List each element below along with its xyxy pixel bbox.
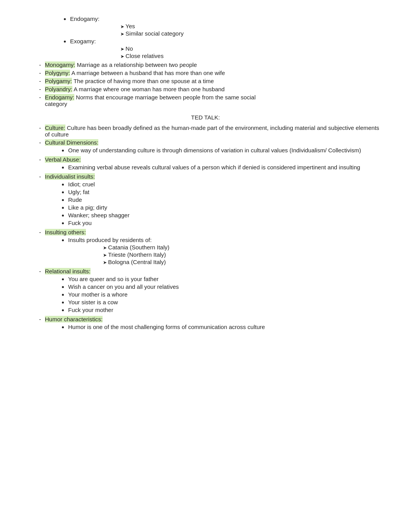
list-item: Your mother is a whore bbox=[68, 291, 380, 298]
endogamy2-term: Endogamy: bbox=[45, 94, 74, 101]
dash-symbol: - bbox=[39, 70, 41, 76]
list-item-endogamy: Endogamy: Yes Similar social category bbox=[70, 15, 380, 37]
polygyny-term: Polygyny: bbox=[45, 70, 70, 76]
list-item: Wanker; sheep shagger bbox=[68, 212, 380, 218]
list-item: You are queer and so is your father bbox=[68, 276, 380, 282]
dash-item-monogamy: - Monogamy: Marriage as a relationship b… bbox=[31, 61, 380, 68]
list-item: Fuck you bbox=[68, 220, 380, 226]
dash-item-endogamy2: - Endogamy: Norms that encourage marriag… bbox=[31, 94, 380, 107]
insulting-others-arrows: Catania (Southern Italy) Trieste (Northe… bbox=[68, 244, 380, 265]
endogamy-sub-item-2: Similar social category bbox=[120, 30, 380, 37]
dash-symbol: - bbox=[39, 94, 41, 101]
list-item: Ugly; fat bbox=[68, 189, 380, 195]
list-item: Catania (Southern Italy) bbox=[103, 244, 380, 251]
culture-definition: Culture has been broadly defined as the … bbox=[45, 124, 379, 138]
insulting-others-term: Insulting others: bbox=[45, 229, 86, 235]
monogamy-definition: Marriage as a relationship between two p… bbox=[77, 61, 197, 68]
dash-symbol: - bbox=[39, 139, 41, 146]
dash-symbol: - bbox=[39, 61, 41, 68]
list-item: Your sister is a cow bbox=[68, 299, 380, 305]
list-item: One way of understanding culture is thro… bbox=[68, 147, 380, 153]
list-item: Like a pig; dirty bbox=[68, 204, 380, 211]
dash-symbol: - bbox=[39, 173, 41, 180]
endogamy-label: Endogamy: bbox=[70, 15, 99, 22]
verbal-abuse-term: Verbal Abuse: bbox=[45, 156, 81, 163]
verbal-abuse-bullets: Examining verbal abuse reveals cultural … bbox=[45, 164, 380, 171]
polyandry-definition: A marriage where one woman has more than… bbox=[74, 86, 224, 92]
page-content: Endogamy: Yes Similar social category Ex… bbox=[31, 15, 380, 331]
dash-item-polyandry: - Polyandry: A marriage where one woman … bbox=[31, 86, 380, 92]
exogamy-sub-list: No Close relatives bbox=[70, 45, 380, 59]
culture-term: Culture: bbox=[45, 124, 65, 131]
list-item: Wish a cancer on you and all your relati… bbox=[68, 283, 380, 290]
dash-symbol: - bbox=[39, 316, 41, 322]
dash-symbol: - bbox=[39, 78, 41, 84]
dash-symbol: - bbox=[39, 268, 41, 275]
cultural-dimensions-term: Cultural Dimensions: bbox=[45, 139, 98, 146]
ted-items-section: - Culture: Culture has been broadly defi… bbox=[31, 124, 380, 331]
dash-item-culture: - Culture: Culture has been broadly defi… bbox=[31, 124, 380, 138]
individualist-insults-term: Individualist insults: bbox=[45, 173, 95, 180]
list-item: Examining verbal abuse reveals cultural … bbox=[68, 164, 380, 171]
relational-insults-term: Relational insults: bbox=[45, 268, 91, 275]
list-item: Idiot; cruel bbox=[68, 181, 380, 188]
exogamy-label: Exogamy: bbox=[70, 38, 96, 44]
monogamy-term: Monogamy: bbox=[45, 61, 75, 68]
dash-item-verbal-abuse: - Verbal Abuse: Examining verbal abuse r… bbox=[31, 156, 380, 172]
list-item: Bologna (Central Italy) bbox=[103, 259, 380, 265]
dash-symbol: - bbox=[39, 86, 41, 92]
polygyny-definition: A marriage between a husband that has mo… bbox=[71, 70, 225, 76]
dash-item-polygamy: - Polygamy: The practice of having more … bbox=[31, 78, 380, 84]
dash-item-humor-characteristics: - Humor characteristics: Humor is one of… bbox=[31, 316, 380, 331]
list-item: Insults produced by residents of: Catani… bbox=[68, 237, 380, 265]
list-item: Humor is one of the most challenging for… bbox=[68, 324, 380, 330]
humor-characteristics-bullets: Humor is one of the most challenging for… bbox=[45, 324, 380, 330]
dash-item-polygyny: - Polygyny: A marriage between a husband… bbox=[31, 70, 380, 76]
top-bullet-list: Endogamy: Yes Similar social category Ex… bbox=[31, 15, 380, 59]
list-item-exogamy: Exogamy: No Close relatives bbox=[70, 38, 380, 59]
humor-characteristics-term: Humor characteristics: bbox=[45, 316, 103, 322]
dash-symbol: - bbox=[39, 124, 41, 131]
exogamy-sub-item-2: Close relatives bbox=[120, 53, 380, 59]
dash-symbol: - bbox=[39, 156, 41, 163]
list-item: Rude bbox=[68, 196, 380, 203]
endogamy-sub-list: Yes Similar social category bbox=[70, 23, 380, 37]
dash-items-section: - Monogamy: Marriage as a relationship b… bbox=[31, 61, 380, 107]
exogamy-sub-item-1: No bbox=[120, 45, 380, 52]
polygamy-definition: The practice of having more than one spo… bbox=[74, 78, 214, 84]
endogamy2-definition: Norms that encourage marriage between pe… bbox=[45, 94, 255, 107]
ted-talk-title: TED TALK: bbox=[31, 114, 380, 121]
dash-item-relational-insults: - Relational insults: You are queer and … bbox=[31, 268, 380, 314]
list-item: Fuck your mother bbox=[68, 307, 380, 313]
dash-item-individualist-insults: - Individualist insults: Idiot; cruel Ug… bbox=[31, 173, 380, 227]
cultural-dimensions-bullets: One way of understanding culture is thro… bbox=[45, 147, 380, 153]
dash-item-cultural-dimensions: - Cultural Dimensions: One way of unders… bbox=[31, 139, 380, 155]
polygamy-term: Polygamy: bbox=[45, 78, 72, 84]
dash-symbol: - bbox=[39, 229, 41, 235]
endogamy-sub-item-1: Yes bbox=[120, 23, 380, 29]
individualist-insults-bullets: Idiot; cruel Ugly; fat Rude Like a pig; … bbox=[45, 181, 380, 226]
relational-insults-bullets: You are queer and so is your father Wish… bbox=[45, 276, 380, 313]
list-item: Trieste (Northern Italy) bbox=[103, 251, 380, 258]
polyandry-term: Polyandry: bbox=[45, 86, 72, 92]
dash-item-insulting-others: - Insulting others: Insults produced by … bbox=[31, 229, 380, 266]
insulting-others-bullets: Insults produced by residents of: Catani… bbox=[45, 237, 380, 265]
